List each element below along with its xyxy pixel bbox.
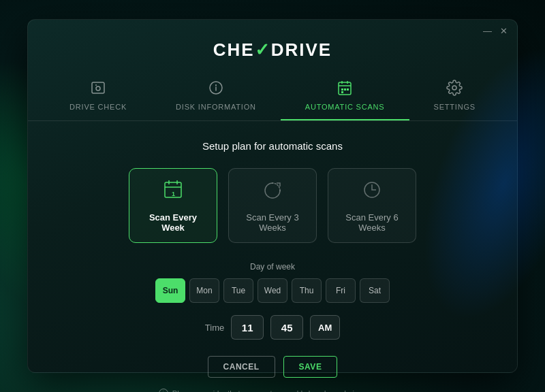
logo-text: CHE✓DRIVE xyxy=(213,39,332,60)
save-button[interactable]: SAVE xyxy=(283,356,338,378)
scan-week6-label: Scan Every 6Weeks xyxy=(345,212,398,233)
scan-option-week3[interactable]: Scan Every 3Weeks xyxy=(228,168,317,243)
nav-label-auto-scans: AUTOMATIC SCANS xyxy=(305,103,385,111)
close-button[interactable]: ✕ xyxy=(500,27,508,35)
scan-week1-icon: 1 xyxy=(162,179,184,206)
scan-option-week1[interactable]: 1 Scan EveryWeek xyxy=(129,168,217,243)
time-section: Time 11 45 AM xyxy=(205,315,340,340)
day-btn-wed[interactable]: Wed xyxy=(258,278,287,303)
scan-week1-label: Scan EveryWeek xyxy=(149,212,197,233)
footer-note: i Please consider that your system could… xyxy=(159,389,386,392)
footer-note-text: Please consider that your system could s… xyxy=(172,389,386,392)
nav-item-settings[interactable]: SETTINGS xyxy=(409,73,500,120)
cancel-button[interactable]: CANCEL xyxy=(208,356,275,378)
nav-label-settings: SETTINGS xyxy=(434,103,476,111)
logo-area: CHE✓DRIVE xyxy=(28,35,517,73)
drive-check-icon xyxy=(90,80,106,99)
logo-check-part: CHE xyxy=(213,39,255,60)
nav-item-drive-check[interactable]: DRIVE CHECK xyxy=(45,73,151,120)
nav-label-disk-info: DISK INFORMATION xyxy=(176,103,256,111)
day-of-week-section: Day of week Sun Mon Tue Wed Thu Fri Sat xyxy=(55,262,490,303)
main-window: — ✕ CHE✓DRIVE DRIVE CHECK xyxy=(27,19,518,373)
svg-point-14 xyxy=(452,86,456,90)
nav-item-disk-info[interactable]: DISK INFORMATION xyxy=(151,73,281,120)
day-btn-thu[interactable]: Thu xyxy=(292,278,322,303)
scan-option-week6[interactable]: Scan Every 6Weeks xyxy=(328,168,416,243)
info-icon: i xyxy=(159,389,168,392)
scan-week3-icon xyxy=(262,179,283,206)
time-label: Time xyxy=(205,323,224,333)
nav-bar: DRIVE CHECK DISK INFORMATION xyxy=(28,73,517,121)
logo-drive-part: DRIVE xyxy=(271,39,332,60)
scan-week3-label: Scan Every 3Weeks xyxy=(246,212,298,233)
svg-rect-0 xyxy=(92,82,104,93)
svg-rect-13 xyxy=(341,91,343,93)
time-minute[interactable]: 45 xyxy=(270,315,303,340)
logo-checkmark: ✓ xyxy=(255,39,271,60)
auto-scans-icon xyxy=(337,80,353,99)
minimize-button[interactable]: — xyxy=(483,27,492,35)
time-ampm[interactable]: AM xyxy=(310,315,340,340)
action-buttons: CANCEL SAVE xyxy=(208,356,338,378)
day-btn-fri[interactable]: Fri xyxy=(326,278,356,303)
title-bar: — ✕ xyxy=(28,20,517,35)
time-hour[interactable]: 11 xyxy=(231,315,264,340)
day-btn-mon[interactable]: Mon xyxy=(189,278,219,303)
day-of-week-label: Day of week xyxy=(250,262,295,272)
nav-item-auto-scans[interactable]: AUTOMATIC SCANS xyxy=(281,73,409,120)
svg-point-1 xyxy=(96,86,100,91)
svg-rect-11 xyxy=(344,88,346,91)
nav-label-drive-check: DRIVE CHECK xyxy=(69,103,127,111)
scan-options: 1 Scan EveryWeek Scan Every 3Weeks xyxy=(129,168,416,243)
day-btn-sat[interactable]: Sat xyxy=(360,278,390,303)
day-btn-sun[interactable]: Sun xyxy=(155,278,185,303)
day-buttons-group: Sun Mon Tue Wed Thu Fri Sat xyxy=(155,278,390,303)
disk-info-icon xyxy=(208,80,224,99)
section-title: Setup plan for automatic scans xyxy=(202,140,343,152)
settings-icon xyxy=(446,80,463,99)
day-btn-tue[interactable]: Tue xyxy=(223,278,253,303)
svg-rect-10 xyxy=(341,88,343,91)
scan-week6-icon xyxy=(361,179,383,206)
content-area: Setup plan for automatic scans 1 Scan Ev… xyxy=(28,121,517,392)
svg-text:1: 1 xyxy=(172,191,175,197)
svg-rect-12 xyxy=(347,88,349,91)
